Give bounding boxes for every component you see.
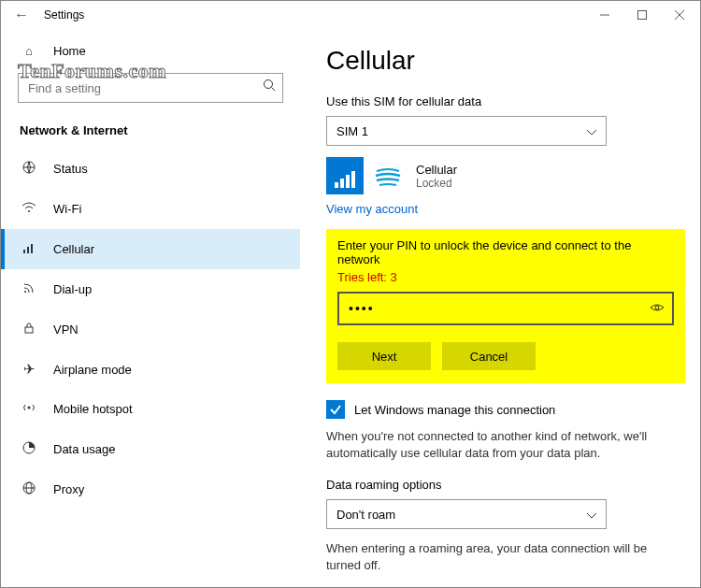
svg-rect-20 [340, 179, 344, 188]
home-nav[interactable]: ⌂ Home [1, 35, 300, 67]
pin-unlock-section: Enter your PIN to unlock the device and … [326, 229, 685, 383]
page-title: Cellular [326, 46, 678, 76]
sidebar-item-status[interactable]: Status [1, 149, 300, 189]
cellular-icon [20, 240, 38, 258]
pin-instruction: Enter your PIN to unlock the device and … [337, 238, 674, 266]
manage-checkbox[interactable] [326, 400, 345, 419]
sidebar-item-label: Airplane mode [53, 363, 132, 377]
sidebar-item-datausage[interactable]: Data usage [1, 429, 300, 469]
sidebar-item-label: VPN [53, 323, 79, 337]
svg-rect-19 [335, 182, 338, 188]
svg-rect-9 [23, 250, 25, 253]
sidebar: ⌂ Home Network & Internet Status [1, 29, 300, 587]
check-icon [329, 403, 342, 416]
close-icon [675, 10, 684, 20]
back-button[interactable]: ← [3, 7, 40, 23]
carrier-name: Cellular [416, 163, 457, 177]
svg-rect-11 [31, 244, 33, 253]
carrier-row: Cellular Locked [326, 157, 678, 194]
chevron-down-icon [587, 508, 596, 522]
chevron-down-icon [587, 124, 596, 138]
search-input[interactable] [18, 73, 283, 103]
view-account-link[interactable]: View my account [326, 202, 678, 216]
sidebar-item-dialup[interactable]: Dial-up [1, 269, 300, 309]
window-title: Settings [44, 8, 84, 22]
minimize-icon [600, 10, 609, 20]
sim-selected-value: SIM 1 [336, 124, 368, 138]
sim-select[interactable]: SIM 1 [326, 116, 607, 146]
sidebar-item-label: Proxy [53, 482, 84, 496]
roaming-select[interactable]: Don't roam [326, 499, 607, 529]
sidebar-item-label: Cellular [53, 242, 94, 256]
roaming-description: When entering a roaming area, your data … [326, 540, 678, 573]
next-button[interactable]: Next [337, 342, 431, 370]
carrier-logo-icon [371, 159, 405, 193]
manage-checkbox-label: Let Windows manage this connection [354, 403, 555, 417]
signal-icon [326, 157, 364, 194]
reveal-password-icon[interactable] [650, 302, 665, 316]
content-area: Cellular Use this SIM for cellular data … [300, 29, 700, 587]
cancel-button[interactable]: Cancel [442, 342, 536, 370]
settings-window: ← Settings ⌂ Home Network & Internet [0, 0, 701, 588]
svg-point-8 [28, 210, 30, 212]
svg-rect-13 [25, 327, 33, 333]
sidebar-item-label: Mobile hotspot [53, 402, 133, 416]
carrier-status: Locked [416, 177, 457, 190]
svg-rect-21 [346, 175, 350, 188]
sidebar-item-proxy[interactable]: Proxy [1, 469, 300, 509]
sidebar-item-label: Status [53, 162, 88, 176]
sidebar-item-label: Data usage [53, 442, 116, 456]
pin-masked-value: •••• [349, 301, 375, 316]
sidebar-item-hotspot[interactable]: Mobile hotspot [1, 389, 300, 429]
titlebar: ← Settings [1, 1, 700, 29]
svg-point-12 [24, 291, 26, 293]
pin-tries-left: Tries left: 3 [337, 270, 674, 284]
hotspot-icon [20, 400, 38, 418]
svg-point-14 [28, 407, 31, 409]
wifi-icon [20, 200, 38, 218]
search-container [18, 73, 283, 103]
minimize-button[interactable] [586, 2, 623, 28]
proxy-icon [20, 480, 38, 498]
svg-point-4 [265, 80, 273, 89]
status-icon [20, 160, 38, 178]
roaming-selected-value: Don't roam [336, 508, 395, 522]
sidebar-item-cellular[interactable]: Cellular [1, 229, 300, 269]
sidebar-item-label: Wi-Fi [53, 202, 81, 216]
airplane-icon: ✈ [20, 361, 38, 378]
pin-input[interactable]: •••• [337, 292, 674, 325]
close-button[interactable] [661, 2, 698, 28]
sim-label: Use this SIM for cellular data [326, 94, 678, 108]
home-label: Home [53, 44, 86, 58]
maximize-icon [637, 10, 647, 20]
section-header: Network & Internet [1, 116, 300, 149]
vpn-icon [20, 321, 38, 338]
sidebar-item-label: Dial-up [53, 282, 92, 296]
svg-rect-22 [351, 171, 355, 188]
svg-line-5 [272, 88, 276, 92]
sidebar-item-wifi[interactable]: Wi-Fi [1, 189, 300, 229]
manage-description: When you're not connected to another kin… [326, 428, 678, 461]
svg-rect-10 [27, 247, 29, 253]
svg-point-24 [655, 306, 659, 309]
search-icon [263, 79, 276, 94]
maximize-button[interactable] [623, 2, 661, 28]
sidebar-item-vpn[interactable]: VPN [1, 309, 300, 350]
manage-connection-row[interactable]: Let Windows manage this connection [326, 400, 678, 419]
datausage-icon [20, 440, 38, 458]
svg-rect-1 [638, 11, 647, 20]
dialup-icon [20, 280, 38, 298]
home-icon: ⌂ [20, 44, 38, 58]
sidebar-item-airplane[interactable]: ✈ Airplane mode [1, 350, 300, 389]
roaming-label: Data roaming options [326, 478, 678, 492]
